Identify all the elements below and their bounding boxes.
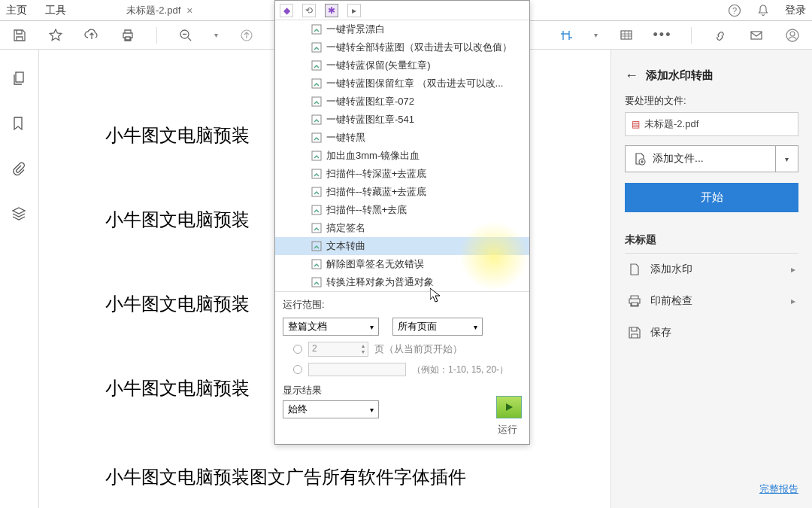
fixup-item-label: 一键转蓝图红章-541 [326,113,414,126]
full-report-link[interactable]: 完整报告 [759,483,798,494]
fixup-item[interactable]: 一键转蓝图红章-541 [275,111,529,129]
print-icon[interactable] [120,28,135,43]
fixup-item-label: 文本转曲 [326,239,365,253]
fixup-item-label: 扫描件--转藏蓝+去蓝底 [326,185,426,199]
document-tab-label: 未标题-2.pdf [126,4,180,17]
svg-text:?: ? [732,6,737,15]
action-save[interactable]: 保存 [625,317,798,348]
grid-icon[interactable] [619,28,634,43]
bell-icon[interactable] [756,4,770,17]
link-icon[interactable] [713,28,728,43]
popup-nav-next[interactable]: ▸ [347,4,361,17]
fixup-item[interactable]: 一键转黑 [275,129,529,147]
file-name: 未标题-2.pdf [644,117,698,131]
attachment-icon[interactable] [11,161,28,178]
save-icon[interactable] [12,28,27,43]
fixup-item-label: 一键转黑 [326,131,365,144]
document-icon [628,263,641,276]
fixup-item[interactable]: 扫描件--转黑+去底 [275,201,529,219]
page-range-input[interactable] [308,363,406,376]
star-icon[interactable] [48,28,63,43]
fixup-item[interactable]: 解除图章签名无效错误 [275,255,529,273]
files-label: 要处理的文件: [625,94,798,108]
fixup-item-label: 转换注释对象为普通对象 [326,275,434,289]
document-tab[interactable]: 未标题-2.pdf × [126,4,192,17]
add-file-button[interactable]: 添加文件... [625,145,776,172]
svg-rect-6 [751,32,762,39]
pages-select[interactable]: 所有页面▾ [392,318,483,336]
printer-icon [628,294,641,308]
popup-nav-refresh[interactable]: ⟲ [302,4,316,17]
preflight-popup: ◆ ⟲ ✱ ▸ 一键背景漂白一键转全部转蓝图（双击进去可以改色值）一键转蓝保留(… [274,0,530,445]
crop-icon[interactable] [558,28,573,43]
fixup-list[interactable]: 一键背景漂白一键转全部转蓝图（双击进去可以改色值）一键转蓝保留(矢量红章)一键转… [275,20,529,291]
page-text-line: 小牛图文电脑预装图文广告所有软件字体插件 [105,465,466,489]
tab-tools[interactable]: 工具 [45,4,66,17]
start-button[interactable]: 开始 [625,183,798,212]
cloud-upload-icon[interactable] [84,28,99,43]
add-file-dropdown[interactable]: ▾ [776,145,798,172]
fixup-item[interactable]: 扫描件--转藏蓝+去蓝底 [275,183,529,201]
pages-icon[interactable] [11,71,28,87]
page-range-radio[interactable] [293,365,302,374]
svg-rect-9 [16,72,23,82]
fixup-item[interactable]: 一键转全部转蓝图（双击进去可以改色值） [275,38,529,56]
fixup-item[interactable]: 加出血3mm-镜像出血 [275,147,529,165]
fixup-item-label: 一键背景漂白 [326,23,385,36]
fixup-item[interactable]: 文本转曲 [275,237,529,255]
more-icon[interactable]: ••• [655,28,670,43]
popup-toolbar: ◆ ⟲ ✱ ▸ [275,1,529,20]
mail-icon[interactable] [749,28,764,43]
close-icon[interactable]: × [186,5,192,17]
svg-rect-5 [621,31,632,39]
login-button[interactable]: 登录 [785,4,806,17]
action-preflight[interactable]: 印前检查 ▸ [625,285,798,317]
tab-home[interactable]: 主页 [6,4,27,17]
help-icon[interactable]: ? [728,4,741,17]
fixup-item-label: 扫描件--转黑+去底 [326,203,407,217]
page-count-radio[interactable] [293,345,302,354]
result-select[interactable]: 始终▾ [283,400,379,418]
popup-nav-settings[interactable]: ✱ [325,4,338,17]
panel-title: 添加水印转曲 [646,68,714,83]
fixup-item[interactable]: 一键转蓝图保留红章 （双击进去可以改... [275,75,529,93]
fixup-item[interactable]: 扫描件--转深蓝+去蓝底 [275,165,529,183]
page-text-line: 小牛图文电脑预装 [105,123,250,148]
section-header: 未标题 [625,233,798,254]
run-button[interactable] [496,396,522,418]
result-label: 显示结果 [283,384,489,397]
save-icon [628,326,641,339]
fixup-item-label: 加出血3mm-镜像出血 [326,149,420,163]
popup-nav-prev[interactable]: ◆ [280,4,293,17]
fixup-item-label: 扫描件--转深蓝+去蓝底 [326,167,426,181]
fixup-item[interactable]: 一键背景漂白 [275,20,529,38]
fixup-item-label: 一键转蓝图保留红章 （双击进去可以改... [326,77,503,90]
file-entry[interactable]: ▤ 未标题-2.pdf [625,112,798,136]
action-add-watermark[interactable]: 添加水印 ▸ [625,254,798,285]
pdf-icon: ▤ [632,119,640,129]
zoom-out-icon[interactable] [178,28,193,43]
page-text-line: 小牛图文电脑预装 [105,376,250,400]
fixup-item-label: 一键转蓝图红章-072 [326,95,414,108]
fixup-item[interactable]: 一键转蓝保留(矢量红章) [275,56,529,75]
page-text-line: 小牛图文电脑预装 [105,292,250,316]
fixup-item-label: 一键转蓝保留(矢量红章) [326,59,431,72]
page-count-input[interactable]: 2▴▾ [308,342,368,357]
fixup-item-label: 搞定签名 [326,221,365,235]
fixup-item[interactable]: 转换注释对象为普通对象 [275,273,529,291]
right-panel: ← 添加水印转曲 要处理的文件: ▤ 未标题-2.pdf 添加文件... ▾ 开… [611,50,812,508]
run-label: 运行 [283,423,522,437]
fixup-item[interactable]: 搞定签名 [275,219,529,237]
fixup-item-label: 解除图章签名无效错误 [326,257,424,271]
scope-select[interactable]: 整篇文档▾ [283,318,379,336]
fixup-item[interactable]: 一键转蓝图红章-072 [275,93,529,111]
layers-icon[interactable] [11,206,28,223]
user-icon[interactable] [785,28,800,43]
fixup-item-label: 一键转全部转蓝图（双击进去可以改色值） [326,41,512,54]
bookmark-icon[interactable] [11,116,28,132]
back-arrow-icon[interactable]: ← [625,68,638,84]
up-arrow-icon[interactable] [239,28,254,43]
scope-label: 运行范围: [283,298,522,312]
chevron-right-icon: ▸ [791,296,795,306]
svg-point-8 [790,32,795,36]
